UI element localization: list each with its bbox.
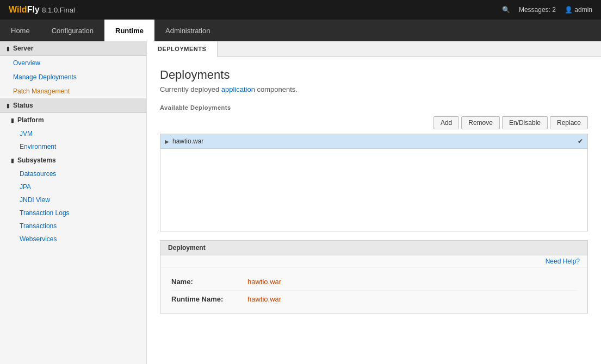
layout: ▮ Server Overview Manage Deployments Pat… [0, 41, 601, 364]
server-section-header: ▮ Server [0, 41, 146, 56]
detail-runtime-name-value: hawtio.war [247, 295, 281, 303]
topbar: WildFly 8.1.0.Final 🔍 Messages: 2 👤 admi… [0, 0, 601, 20]
need-help-link[interactable]: Need Help? [160, 255, 587, 268]
server-section-label: Server [13, 45, 33, 52]
platform-subsection: ▮ Platform [0, 113, 146, 127]
nav-administration[interactable]: Administration [154, 20, 221, 41]
status-section-label: Status [13, 102, 33, 109]
deployment-list-item[interactable]: ▶ hawtio.war ✔ [160, 134, 587, 149]
topbar-right: 🔍 Messages: 2 👤 admin [502, 6, 592, 14]
messages-badge[interactable]: Messages: 2 [519, 6, 556, 14]
sidebar-item-patch-management[interactable]: Patch Management [0, 84, 146, 98]
sidebar-item-jvm[interactable]: JVM [0, 127, 146, 140]
sidebar-item-transactions[interactable]: Transactions [0, 219, 146, 233]
subsystems-collapse-icon[interactable]: ▮ [11, 158, 14, 164]
server-collapse-icon[interactable]: ▮ [7, 46, 10, 52]
page-subtitle: Currently deployed application component… [160, 85, 588, 93]
admin-menu[interactable]: 👤 admin [565, 6, 592, 14]
nav-home[interactable]: Home [0, 20, 41, 41]
en-disable-button[interactable]: En/Disable [502, 116, 548, 129]
replace-button[interactable]: Replace [550, 116, 588, 129]
detail-runtime-name-label: Runtime Name: [171, 295, 247, 303]
navbar: Home Configuration Runtime Administratio… [0, 20, 601, 41]
sidebar-item-manage-deployments[interactable]: Manage Deployments [0, 70, 146, 84]
tab-deployments[interactable]: DEPLOYMENTS [147, 41, 218, 57]
sidebar-item-webservices[interactable]: Webservices [0, 233, 146, 246]
detail-row-runtime-name: Runtime Name: hawtio.war [171, 291, 577, 307]
logo-version: 8.1.0.Final [42, 6, 75, 14]
sidebar-item-jpa[interactable]: JPA [0, 180, 146, 193]
available-deployments-label: Available Deployments [160, 104, 588, 111]
platform-collapse-icon[interactable]: ▮ [11, 117, 14, 123]
deployment-detail-panel: Deployment Need Help? Name: hawtio.war R… [160, 240, 588, 313]
detail-name-label: Name: [171, 278, 247, 286]
page-title: Deployments [160, 68, 588, 82]
search-icon[interactable]: 🔍 [502, 6, 510, 14]
deployment-arrow-icon: ▶ [165, 139, 169, 145]
sidebar-item-jndi-view[interactable]: JNDI View [0, 193, 146, 206]
deployments-list: ▶ hawtio.war ✔ [160, 134, 588, 231]
status-collapse-icon[interactable]: ▮ [7, 103, 10, 109]
deployment-detail-body: Name: hawtio.war Runtime Name: hawtio.wa… [160, 268, 587, 313]
subsystems-label: Subsystems [17, 156, 56, 164]
logo: WildFly 8.1.0.Final [9, 5, 75, 15]
logo-fly: Fly [27, 5, 40, 14]
sidebar-item-overview[interactable]: Overview [0, 56, 146, 70]
logo-wild: Wild [9, 5, 27, 14]
deployment-enabled-icon: ✔ [578, 137, 583, 145]
add-button[interactable]: Add [433, 116, 459, 129]
remove-button[interactable]: Remove [461, 116, 500, 129]
content-area: Deployments Currently deployed applicati… [147, 57, 601, 324]
deployment-detail-header: Deployment [160, 241, 587, 255]
sidebar: ▮ Server Overview Manage Deployments Pat… [0, 41, 147, 364]
deployment-name: hawtio.war [172, 137, 578, 145]
tabs-bar: DEPLOYMENTS [147, 41, 601, 57]
subtitle-highlight: application [221, 85, 255, 93]
platform-label: Platform [17, 116, 44, 124]
main-content: DEPLOYMENTS Deployments Currently deploy… [147, 41, 601, 364]
sidebar-item-environment[interactable]: Environment [0, 140, 146, 153]
detail-row-name: Name: hawtio.war [171, 273, 577, 291]
sidebar-item-transaction-logs[interactable]: Transaction Logs [0, 206, 146, 219]
detail-name-value: hawtio.war [247, 278, 281, 286]
nav-configuration[interactable]: Configuration [41, 20, 104, 41]
nav-runtime[interactable]: Runtime [104, 20, 154, 41]
subsystems-subsection: ▮ Subsystems [0, 153, 146, 167]
status-section-header: ▮ Status [0, 98, 146, 113]
deployments-toolbar: Add Remove En/Disable Replace [160, 116, 588, 129]
sidebar-item-datasources[interactable]: Datasources [0, 167, 146, 180]
